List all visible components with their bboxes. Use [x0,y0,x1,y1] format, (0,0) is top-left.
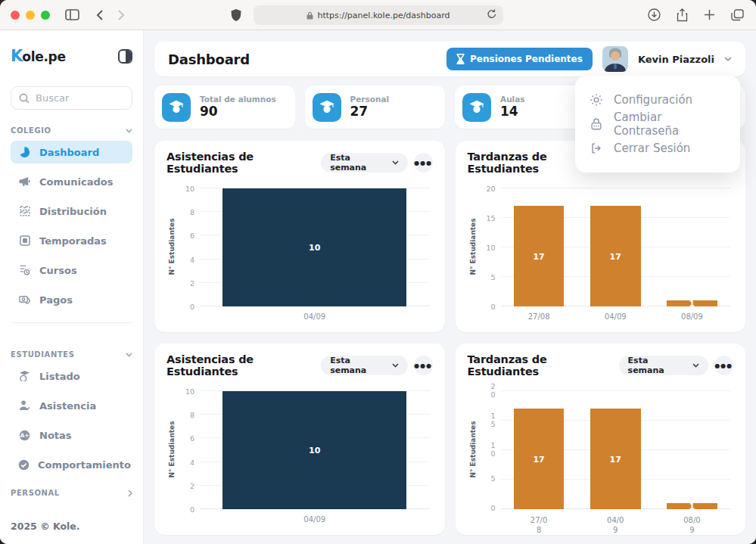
sidebar-search[interactable] [11,86,132,110]
bar-value-label: 1 [689,502,695,511]
more-options-button[interactable]: ●●● [414,153,432,173]
chevron-down-icon[interactable] [724,57,732,61]
y-tick-label: 0 [184,505,194,514]
chevron-down-icon [126,353,132,357]
new-tab-icon[interactable] [704,8,715,22]
chart-title: Tardanzas de Estudiantes [468,353,619,378]
chart-title: Asistencias de Estudiantes [166,353,321,378]
more-options-button[interactable]: ●●● [714,356,733,375]
sidebar-item-comunicados[interactable]: Comunicados [11,170,132,193]
search-input[interactable] [36,92,124,104]
x-tick-label: 04/09 [200,515,430,524]
y-tick-label: 4 [184,255,194,263]
bar[interactable]: 17 [514,409,565,509]
section-personal[interactable]: PERSONAL [11,489,132,497]
window-controls[interactable] [11,11,50,20]
more-options-button[interactable]: ●●● [414,356,432,375]
course-clock-icon [18,265,31,275]
sidebar-item-dashboard[interactable]: Dashboard [11,141,132,163]
stat-label: Total de alumnos [200,95,276,104]
range-select[interactable]: Esta semana [321,153,408,173]
menu-item-cambiar-contrasena[interactable]: Cambiar Contraseña [590,113,726,135]
app-logo[interactable]: Kole.pe [11,47,66,65]
bar-value-label: 10 [309,446,320,455]
sidebar-item-temporadas[interactable]: Temporadas [11,229,132,252]
stat-card-aulas[interactable]: Aulas 14 [455,85,596,129]
y-tick-label: 15 [490,412,495,429]
grid-icon [18,206,31,216]
logo-mark: K [11,47,22,65]
lock-icon [590,117,603,131]
minimize-window-button[interactable] [26,11,35,20]
sidebar-item-listado[interactable]: Listado [11,365,132,387]
bar[interactable]: 1 [667,300,717,306]
menu-item-cerrar-sesion[interactable]: Cerrar Sesión [590,137,726,160]
stat-value: 27 [350,104,390,120]
stat-card-personal[interactable]: Personal 27 [305,85,446,129]
pensiones-pendientes-button[interactable]: Pensiones Pendientes [446,48,593,70]
sidebar-item-asistencia[interactable]: Asistencia [11,394,132,417]
user-name[interactable]: Kevin Piazzoli [638,54,714,65]
sidebar-item-comportamiento[interactable]: Comportamiento [11,453,132,476]
logo-text: ole.pe [22,49,65,64]
bar[interactable]: 10 [222,188,406,306]
bar[interactable]: 17 [590,409,641,509]
browser-sidebar-toggle-icon[interactable] [65,9,79,20]
bars: 10 [200,391,430,509]
student-icon [18,371,31,381]
x-tick-label: 27/08 [501,312,577,321]
bar[interactable]: 17 [590,206,641,306]
colegio-nav: Dashboard Comunicados Distribución Tempo… [11,141,132,318]
forward-icon[interactable] [117,9,125,21]
y-tick-label: 15 [485,214,496,222]
grade-icon: A+ [18,430,31,441]
downloads-icon[interactable] [648,8,661,22]
graduate-icon [462,93,491,122]
x-tick-label: 04/09 [200,312,430,321]
sidebar-item-notas[interactable]: A+ Notas [11,424,132,446]
bar-value-label: 17 [610,454,621,464]
bars: 17171 [501,188,731,306]
hourglass-icon [456,54,465,64]
bar-value-label: 17 [610,251,621,261]
back-icon[interactable] [96,9,104,21]
sidebar-item-pagos[interactable]: Pagos [11,288,132,311]
y-tick-label: 8 [184,411,194,419]
reload-icon[interactable] [487,9,496,21]
section-estudiantes[interactable]: ESTUDIANTES [11,350,132,359]
sidebar-item-distribucion[interactable]: Distribución [11,200,132,222]
y-tick-label: 6 [184,232,194,240]
sidebar-item-cursos[interactable]: Cursos [11,259,132,281]
stat-card-total-alumnos[interactable]: Total de alumnos 90 [154,85,295,129]
address-bar[interactable]: https://panel.kole.pe/dashboard [254,5,503,25]
browser-window: https://panel.kole.pe/dashboard [0,0,756,544]
y-tick-label: 5 [490,476,495,484]
bar-value-label: 1 [689,299,695,309]
privacy-shield-icon[interactable] [231,9,241,21]
close-window-button[interactable] [11,11,20,20]
y-tick-label: 10 [485,244,496,252]
x-tick-label: 04/09 [577,312,654,321]
range-select[interactable]: Esta semana [619,356,708,375]
y-tick-label: 4 [184,458,194,466]
zoom-window-button[interactable] [41,11,50,20]
bar[interactable]: 10 [222,391,406,509]
toolbar-right-icons [648,8,744,22]
avatar[interactable] [602,46,628,72]
x-tick-label: 04/09 [577,515,654,535]
plot-area: 10 04/09 0246810 [200,391,430,509]
share-icon[interactable] [677,8,688,22]
stat-label: Personal [350,95,390,104]
section-colegio[interactable]: COLEGIO [11,126,132,135]
tab-overview-icon[interactable] [731,8,744,22]
range-select[interactable]: Esta semana [321,356,408,375]
archive-icon [18,235,31,246]
y-tick-label: 0 [485,303,496,311]
bar[interactable]: 17 [514,206,565,306]
menu-item-configuracion[interactable]: Configuración [590,89,726,111]
y-tick-label: 20 [490,383,495,399]
sidebar-collapse-icon[interactable] [118,49,132,64]
bar[interactable]: 1 [667,503,717,509]
y-tick-label: 2 [184,481,194,490]
bars: 10 [200,188,430,306]
